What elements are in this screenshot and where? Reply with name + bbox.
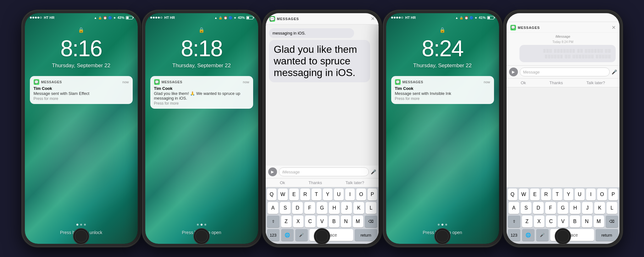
key-g[interactable]: G <box>558 202 568 214</box>
key-u[interactable]: U <box>334 189 344 200</box>
key-shift[interactable]: ⇧ <box>508 216 520 227</box>
notif-title: Tim Cook <box>154 86 249 91</box>
key-r[interactable]: R <box>541 189 551 200</box>
key-x[interactable]: X <box>293 216 303 227</box>
close-button[interactable]: ✕ <box>371 16 375 22</box>
key-w[interactable]: W <box>519 189 529 200</box>
key-f[interactable]: F <box>545 202 556 214</box>
quick-reply-thanks[interactable]: Thanks <box>308 180 322 185</box>
key-f[interactable]: F <box>304 202 315 214</box>
signal-dot <box>155 17 157 19</box>
key-d[interactable]: D <box>533 202 544 214</box>
key-l[interactable]: L <box>607 202 617 214</box>
key-return[interactable]: return <box>596 229 618 241</box>
key-i[interactable]: I <box>345 189 355 200</box>
key-globe[interactable]: 🌐 <box>522 229 535 241</box>
key-y[interactable]: Y <box>564 189 574 200</box>
key-a[interactable]: A <box>268 202 278 214</box>
key-q[interactable]: Q <box>508 189 518 200</box>
page-dot <box>204 224 206 226</box>
key-y[interactable]: Y <box>323 189 333 200</box>
panel-send-button[interactable]: ▶ <box>509 68 518 76</box>
panel-message-input[interactable]: Message <box>520 68 610 76</box>
key-w[interactable]: W <box>278 189 288 200</box>
key-t[interactable]: T <box>312 189 321 200</box>
key-d[interactable]: D <box>292 202 303 214</box>
key-j[interactable]: J <box>582 202 593 214</box>
key-h[interactable]: H <box>329 202 340 214</box>
key-q[interactable]: Q <box>267 189 277 200</box>
notification-card-1[interactable]: 💬 MESSAGES now Tim Cook Message sent wit… <box>30 76 133 104</box>
home-button-1[interactable] <box>73 228 89 244</box>
key-return[interactable]: return <box>355 229 377 241</box>
key-k[interactable]: K <box>594 202 605 214</box>
close-panel-button[interactable]: ✕ <box>612 25 616 30</box>
notif-body: Message sent with Slam Effect <box>34 91 129 96</box>
phone-1: HT HR ▲ 🔒 ⏰ 🔵 ★ 43% <box>22 11 140 246</box>
key-g[interactable]: G <box>317 202 327 214</box>
key-p[interactable]: P <box>608 189 618 200</box>
key-v[interactable]: V <box>558 216 568 227</box>
quick-reply-ok[interactable]: Ok <box>280 180 285 185</box>
key-numbers[interactable]: 123 <box>508 229 520 241</box>
key-a[interactable]: A <box>508 202 519 214</box>
key-o[interactable]: O <box>356 189 366 200</box>
key-p[interactable]: P <box>368 189 377 200</box>
message-input[interactable]: iMessage <box>279 167 369 176</box>
key-e[interactable]: E <box>289 189 299 200</box>
home-button-5[interactable] <box>555 228 571 244</box>
key-numbers[interactable]: 123 <box>267 229 280 241</box>
key-u[interactable]: U <box>575 189 585 200</box>
key-o[interactable]: O <box>597 189 607 200</box>
key-m[interactable]: M <box>594 216 604 227</box>
key-j[interactable]: J <box>341 202 352 214</box>
key-mic[interactable]: 🎤 <box>536 229 549 241</box>
key-r[interactable]: R <box>300 189 310 200</box>
key-m[interactable]: M <box>353 216 363 227</box>
notification-card-4[interactable]: 💬 MESSAGES now Tim Cook Message sent wit… <box>391 76 494 104</box>
battery-icon <box>246 16 253 19</box>
lock-date: Thursday, September 22 <box>52 63 110 69</box>
lock-icon: 🔒 <box>198 27 205 33</box>
invisible-ink-bubble: ░░░ ░░░░░░░ ░░ ░░░░░░ ░░░░░░░░ ░░ ░░░░░░… <box>519 45 615 62</box>
key-b[interactable]: B <box>570 216 580 227</box>
key-c[interactable]: C <box>546 216 556 227</box>
home-button-3[interactable] <box>314 228 330 244</box>
key-globe[interactable]: 🌐 <box>281 229 294 241</box>
key-c[interactable]: C <box>305 216 315 227</box>
messages-panel-icon: 💬 <box>510 25 516 30</box>
key-b[interactable]: B <box>329 216 339 227</box>
notification-card-2[interactable]: 💬 MESSAGES now Tim Cook Glad you like th… <box>150 76 253 109</box>
key-e[interactable]: E <box>530 189 540 200</box>
key-z[interactable]: Z <box>281 216 291 227</box>
mic-icon[interactable]: 🎤 <box>371 169 376 174</box>
key-z[interactable]: Z <box>522 216 532 227</box>
key-i[interactable]: I <box>586 189 596 200</box>
key-t[interactable]: T <box>552 189 562 200</box>
panel-reply-ok[interactable]: Ok <box>521 80 526 85</box>
key-n[interactable]: N <box>582 216 592 227</box>
panel-reply-thanks[interactable]: Thanks <box>549 80 563 85</box>
key-shift[interactable]: ⇧ <box>267 216 280 227</box>
send-button[interactable]: ▶ <box>268 167 277 176</box>
quick-reply-talk-later[interactable]: Talk later? <box>346 180 364 185</box>
key-backspace[interactable]: ⌫ <box>365 216 377 227</box>
signal-dot <box>32 17 34 19</box>
key-s[interactable]: S <box>280 202 291 214</box>
key-l[interactable]: L <box>366 202 376 214</box>
key-v[interactable]: V <box>317 216 327 227</box>
key-backspace[interactable]: ⌫ <box>606 216 618 227</box>
key-h[interactable]: H <box>570 202 580 214</box>
key-k[interactable]: K <box>353 202 364 214</box>
key-mic[interactable]: 🎤 <box>295 229 308 241</box>
input-placeholder: iMessage <box>282 170 300 174</box>
panel-mic-icon[interactable]: 🎤 <box>612 69 617 74</box>
key-n[interactable]: N <box>341 216 351 227</box>
page-dots-2 <box>145 224 258 226</box>
key-x[interactable]: X <box>534 216 544 227</box>
key-s[interactable]: S <box>521 202 531 214</box>
home-button-4[interactable] <box>434 228 451 244</box>
home-button-2[interactable] <box>193 228 210 244</box>
panel-reply-later[interactable]: Talk later? <box>586 80 605 85</box>
page-dot <box>80 224 82 226</box>
